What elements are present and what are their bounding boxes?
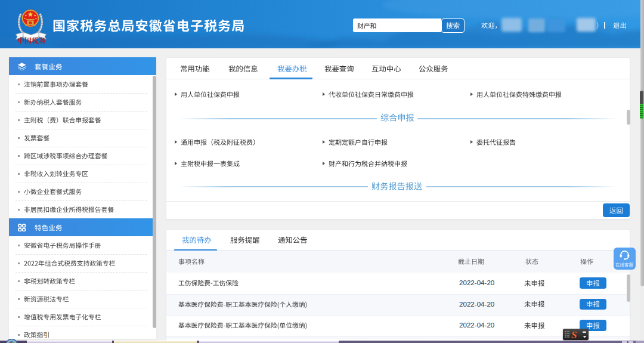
- svg-text:S: S: [571, 329, 577, 340]
